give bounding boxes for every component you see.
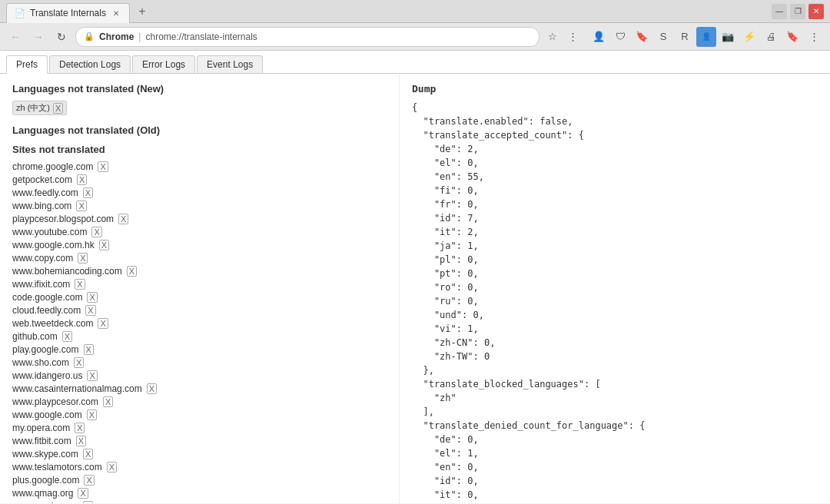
remove-site-button[interactable]: X xyxy=(87,292,97,303)
new-languages-tags: zh (中文) X xyxy=(12,101,387,115)
title-bar: 📄 Translate Internals ✕ + — ❐ ✕ xyxy=(0,0,830,23)
toolbar-icon-8[interactable]: ⚡ xyxy=(739,27,759,47)
remove-site-button[interactable]: X xyxy=(87,410,97,420)
remove-site-button[interactable]: X xyxy=(107,462,117,472)
list-item: playpcesor.blogspot.com X xyxy=(12,214,387,224)
list-item: www.bing.com X xyxy=(12,201,387,211)
list-item: www.playpcesor.com X xyxy=(12,396,387,407)
tab-label: Translate Internals xyxy=(30,8,106,18)
remove-zh-button[interactable]: X xyxy=(53,103,63,114)
site-name: www.teslamotors.com xyxy=(12,462,102,472)
list-item: www.google.com X xyxy=(12,410,387,420)
tab-error-logs[interactable]: Error Logs xyxy=(132,55,195,73)
tab-close-btn[interactable]: ✕ xyxy=(111,8,121,18)
remove-site-button[interactable]: X xyxy=(85,305,95,316)
list-item: github.com X xyxy=(12,331,387,342)
tag-label-zh: zh (中文) xyxy=(16,102,50,114)
minimize-button[interactable]: — xyxy=(772,4,787,19)
toolbar-icon-10[interactable]: 🔖 xyxy=(782,27,802,47)
remove-site-button[interactable]: X xyxy=(78,253,88,264)
url-text: chrome://translate-internals xyxy=(145,32,257,42)
right-panel: Dump { "translate.enabled": false, "tran… xyxy=(400,74,830,503)
main-content: Languages not translated (New) zh (中文) X… xyxy=(0,74,830,503)
remove-site-button[interactable]: X xyxy=(74,357,84,368)
remove-site-button[interactable]: X xyxy=(91,227,101,237)
list-item: www.bohemiancoding.com X xyxy=(12,266,387,277)
site-name: playpcesor.blogspot.com xyxy=(12,214,114,224)
toolbar-icon-6[interactable]: 👤 xyxy=(696,27,716,47)
site-name: www.casainternationalmag.com xyxy=(12,383,142,394)
browser-tab[interactable]: 📄 Translate Internals ✕ xyxy=(6,3,130,23)
remove-site-button[interactable]: X xyxy=(75,279,85,290)
remove-site-button[interactable]: X xyxy=(62,331,72,342)
address-actions: ☆ ⋮ xyxy=(544,28,581,45)
site-name: www.bohemiancoding.com xyxy=(12,266,122,277)
section-title-sites: Sites not translated xyxy=(12,144,387,155)
language-tag-zh: zh (中文) X xyxy=(12,101,67,115)
site-name: www.youtube.com xyxy=(12,227,87,237)
list-item: www.casainternationalmag.com X xyxy=(12,383,387,394)
remove-site-button[interactable]: X xyxy=(84,344,94,355)
back-button[interactable]: ← xyxy=(6,28,25,46)
tab-detection-logs[interactable]: Detection Logs xyxy=(49,55,131,73)
toolbar-icon-7[interactable]: 📷 xyxy=(718,27,738,47)
list-item: www.copy.com X xyxy=(12,253,387,264)
site-name: code.google.com xyxy=(12,292,82,303)
star-button[interactable]: ☆ xyxy=(544,28,561,45)
remove-site-button[interactable]: X xyxy=(83,449,93,459)
remove-site-button[interactable]: X xyxy=(147,383,157,394)
remove-site-button[interactable]: X xyxy=(76,436,86,446)
remove-site-button[interactable]: X xyxy=(77,174,87,185)
remove-site-button[interactable]: X xyxy=(98,161,108,172)
toolbar-icon-5[interactable]: R xyxy=(675,27,695,47)
remove-site-button[interactable]: X xyxy=(127,266,137,277)
remove-site-button[interactable]: X xyxy=(75,423,85,433)
list-item: www.ifixit.com X xyxy=(12,279,387,290)
nav-tabs: Prefs Detection Logs Error Logs Event Lo… xyxy=(0,51,830,74)
section-title-new: Languages not translated (New) xyxy=(12,83,387,94)
toolbar-icon-1[interactable]: 👤 xyxy=(589,27,609,47)
toolbar-icons: 👤 🛡 🔖 S R 👤 📷 ⚡ 🖨 🔖 ⋮ xyxy=(589,27,824,47)
close-window-button[interactable]: ✕ xyxy=(808,4,824,19)
forward-button[interactable]: → xyxy=(29,28,48,46)
address-menu-button[interactable]: ⋮ xyxy=(564,28,581,45)
remove-site-button[interactable]: X xyxy=(98,318,108,329)
list-item: cloud.feedly.com X xyxy=(12,305,387,316)
list-item: www.skype.com X xyxy=(12,449,387,459)
site-name: www.fitbit.com xyxy=(12,436,71,446)
chrome-menu-button[interactable]: ⋮ xyxy=(804,27,824,47)
remove-site-button[interactable]: X xyxy=(83,501,93,503)
list-item: www.google.com.hk X xyxy=(12,240,387,250)
origin-label: Chrome xyxy=(99,32,134,42)
site-name: github.com xyxy=(12,331,58,342)
toolbar-icon-3[interactable]: 🔖 xyxy=(632,27,652,47)
remove-site-button[interactable]: X xyxy=(103,396,113,407)
tab-event-logs[interactable]: Event Logs xyxy=(197,55,263,73)
remove-site-button[interactable]: X xyxy=(84,475,94,486)
site-name: www.ifixit.com xyxy=(12,279,70,290)
maximize-button[interactable]: ❐ xyxy=(790,4,805,19)
remove-site-button[interactable]: X xyxy=(76,201,86,211)
site-name: www.google.com.hk xyxy=(12,240,95,250)
remove-site-button[interactable]: X xyxy=(99,240,109,250)
new-tab-button[interactable]: + xyxy=(133,2,151,21)
toolbar-icon-2[interactable]: 🛡 xyxy=(610,27,630,47)
list-item: www.sho.com X xyxy=(12,357,387,368)
site-name: www.wuala.com xyxy=(12,501,78,503)
list-item: www.feedly.com X xyxy=(12,187,387,198)
window-controls: — ❐ ✕ xyxy=(772,4,824,19)
dump-title: Dump xyxy=(412,83,818,94)
site-name: www.bing.com xyxy=(12,201,71,211)
toolbar-icon-9[interactable]: 🖨 xyxy=(761,27,781,47)
site-name: www.feedly.com xyxy=(12,187,78,198)
remove-site-button[interactable]: X xyxy=(87,370,97,381)
toolbar-icon-4[interactable]: S xyxy=(653,27,673,47)
tab-prefs[interactable]: Prefs xyxy=(6,55,48,74)
remove-site-button[interactable]: X xyxy=(83,187,93,198)
address-input[interactable]: 🔒 Chrome | chrome://translate-internals xyxy=(75,27,540,47)
site-name: my.opera.com xyxy=(12,423,70,433)
site-name: play.google.com xyxy=(12,344,79,355)
remove-site-button[interactable]: X xyxy=(118,214,128,224)
refresh-button[interactable]: ↻ xyxy=(52,28,71,46)
remove-site-button[interactable]: X xyxy=(78,488,88,499)
